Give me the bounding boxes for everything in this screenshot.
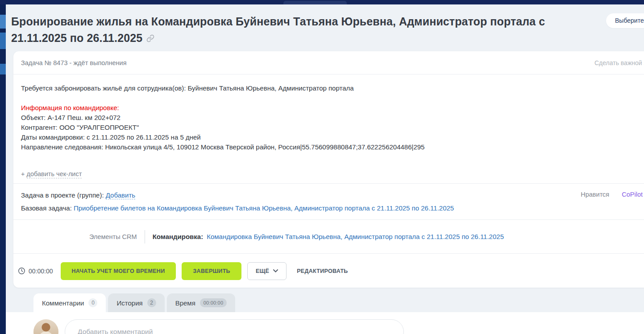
add-project-link[interactable]: Добавить [106, 191, 135, 199]
background-edge-segment [0, 33, 6, 49]
add-checklist-label: добавить чек-лист [27, 170, 82, 178]
task-card: Задача № 8473 - ждёт выполнения Сделать … [13, 51, 644, 288]
crm-elements-label: Элементы CRM [89, 233, 137, 240]
tab-time-label: Время [175, 299, 195, 307]
page-title: Бронирование жилья на Командировка Буйне… [11, 13, 586, 47]
comment-input[interactable] [65, 319, 404, 334]
crm-field-label: Командировка: [153, 233, 204, 240]
tab-comments-badge: 0 [88, 298, 97, 307]
task-relations-section: Задача в проекте (группе): Добавить Базо… [13, 184, 644, 219]
tab-comments-label: Комментарии [42, 299, 84, 307]
vertical-divider [145, 230, 145, 243]
background-page-edge [0, 4, 6, 334]
tab-history-label: История [116, 299, 142, 307]
task-slider-panel: Бронирование жилья на Командировка Буйне… [6, 4, 644, 334]
crm-elements-row: Элементы CRM Командировка: Командировка … [13, 220, 644, 253]
user-avatar [33, 319, 58, 334]
title-row: Бронирование жилья на Командировка Буйне… [6, 4, 644, 47]
edit-button[interactable]: РЕДАКТИРОВАТЬ [292, 262, 352, 280]
tab-time-badge: 00:00:00 [200, 298, 227, 307]
topbar-tab-indicator [283, 1, 347, 4]
tab-history[interactable]: История 2 [108, 293, 164, 312]
more-button[interactable]: ЕЩЁ [247, 262, 287, 280]
plus-icon: + [21, 170, 25, 177]
make-important-link[interactable]: Сделать важной за [594, 59, 644, 66]
task-description-section: Требуется забронировать жильё для сотруд… [13, 74, 644, 183]
detail-tabs: Комментарии 0 История 2 Время 00:00:00 [33, 293, 235, 312]
crm-trip-link[interactable]: Командировка Буйневич Татьяна Юрьевна, А… [207, 233, 504, 240]
more-button-label: ЕЩЁ [256, 268, 269, 274]
like-button[interactable]: Нравится [581, 191, 609, 198]
clock-icon [18, 267, 25, 275]
base-task-link[interactable]: Приобретение билетов на Командировка Буй… [74, 204, 454, 212]
task-status-line: Задача № 8473 - ждёт выполнения [21, 59, 127, 66]
copy-link-icon[interactable] [146, 30, 154, 47]
trip-info-line: Даты командировки: с 21.11.2025 по 26.11… [21, 132, 636, 142]
comments-section [6, 312, 644, 334]
trip-info-line: Объект: А-147 Пеш. км 202+072 [21, 113, 636, 123]
select-user-button[interactable]: Выберите по [606, 13, 644, 28]
trip-info-header: Информация по командировке: [21, 103, 636, 113]
trip-info-line: Направление следования: Никольская улица… [21, 142, 636, 152]
start-time-button[interactable]: НАЧАТЬ УЧЕТ МОЕГО ВРЕМЕНИ [61, 262, 176, 280]
chevron-down-icon [273, 269, 278, 272]
task-description: Требуется забронировать жильё для сотруд… [21, 83, 636, 152]
base-task-label: Базовая задача: [21, 204, 72, 212]
task-toolbar: 00:00:00 НАЧАТЬ УЧЕТ МОЕГО ВРЕМЕНИ ЗАВЕР… [13, 254, 644, 288]
background-edge-segment [0, 64, 6, 74]
task-view-page: Бронирование жилья на Командировка Буйне… [0, 0, 644, 334]
trip-info-line: Контрагент: ООО "УРАЛГЕОПРОЕКТ" [21, 123, 636, 132]
description-line: Требуется забронировать жильё для сотруд… [21, 83, 636, 93]
project-label: Задача в проекте (группе): [21, 191, 104, 199]
timer-value: 00:00:00 [29, 268, 53, 275]
social-actions: Нравится CoPilot [581, 191, 643, 198]
tab-comments[interactable]: Комментарии 0 [33, 293, 106, 312]
time-tracker[interactable]: 00:00:00 [18, 267, 53, 275]
page-title-text: Бронирование жилья на Командировка Буйне… [11, 15, 545, 44]
tab-time[interactable]: Время 00:00:00 [167, 293, 236, 312]
task-card-header: Задача № 8473 - ждёт выполнения Сделать … [13, 51, 644, 74]
copilot-button[interactable]: CoPilot [622, 191, 643, 198]
top-navigation-bar [0, 0, 644, 4]
complete-button[interactable]: ЗАВЕРШИТЬ [182, 262, 241, 280]
add-checklist-link[interactable]: + добавить чек-лист [21, 170, 636, 178]
tab-history-badge: 2 [147, 298, 156, 307]
background-edge-segment [0, 15, 6, 29]
